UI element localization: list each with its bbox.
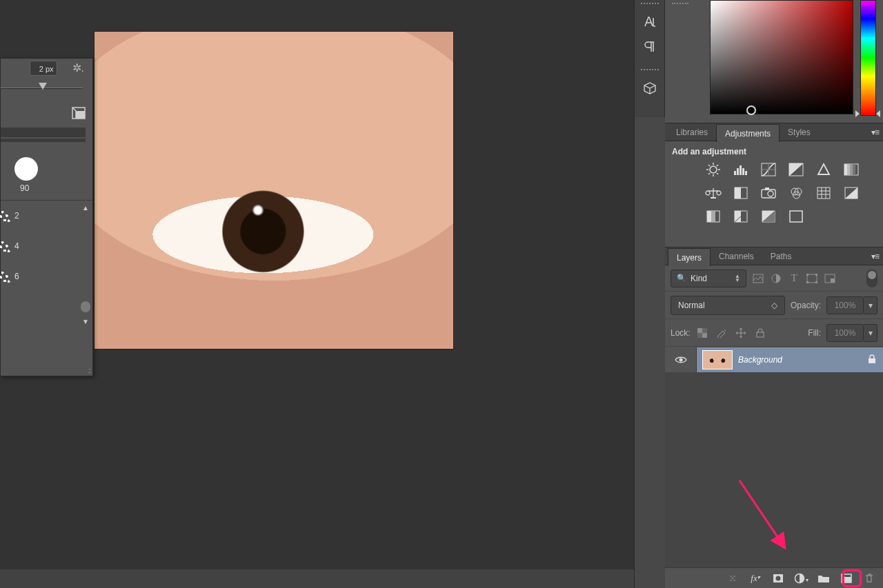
brush-hardness-field[interactable]: [1, 128, 86, 137]
brush-preview-size: 90: [20, 183, 92, 193]
selective-color-icon[interactable]: [788, 209, 804, 224]
character-panel-icon[interactable]: [639, 12, 660, 32]
visibility-toggle-icon[interactable]: [665, 347, 697, 372]
filter-shape-icon[interactable]: [806, 272, 818, 285]
vibrance-icon[interactable]: [815, 162, 832, 177]
fill-dropdown[interactable]: ▾: [864, 324, 877, 342]
curves-icon[interactable]: [760, 162, 777, 177]
brush-hardness-slider[interactable]: [1, 139, 86, 142]
gear-icon[interactable]: ✲.: [72, 63, 84, 74]
color-lookup-icon[interactable]: [815, 185, 832, 201]
new-adjustment-layer-icon[interactable]: ▾: [794, 571, 808, 585]
svg-rect-55: [806, 274, 808, 276]
link-layers-icon[interactable]: [726, 571, 740, 585]
scroll-thumb[interactable]: [81, 301, 90, 312]
svg-line-9: [708, 173, 710, 174]
document-canvas[interactable]: [94, 31, 454, 349]
hue-slider[interactable]: [860, 0, 876, 116]
collapsed-dock[interactable]: [635, 0, 665, 117]
svg-rect-54: [807, 274, 817, 283]
lock-pixels-icon[interactable]: [715, 327, 728, 339]
layer-lock-icon[interactable]: [868, 354, 876, 366]
brush-preset-list[interactable]: 2 4 6 ▲ ▼: [1, 200, 92, 330]
svg-point-31: [768, 191, 773, 196]
brush-preset[interactable]: 6: [1, 261, 92, 292]
dock-grab-icon[interactable]: [641, 69, 659, 73]
svg-rect-27: [711, 197, 716, 199]
filter-adjustment-icon[interactable]: [770, 272, 782, 285]
scroll-down-icon[interactable]: ▼: [82, 318, 89, 325]
add-mask-icon[interactable]: [771, 571, 785, 585]
channel-mixer-icon[interactable]: [788, 185, 804, 201]
tab-paths[interactable]: Paths: [762, 247, 800, 265]
delete-layer-icon[interactable]: [862, 571, 876, 585]
brush-preset[interactable]: 4: [1, 231, 92, 261]
layer-row-background[interactable]: Background: [665, 347, 883, 372]
new-preset-icon[interactable]: [72, 107, 86, 119]
dock-grab-icon[interactable]: [641, 3, 659, 7]
3d-panel-icon[interactable]: [639, 79, 660, 98]
svg-marker-71: [844, 577, 851, 582]
fill-label: Fill:: [808, 328, 821, 338]
opacity-input[interactable]: 100%: [826, 296, 864, 314]
layers-footer: fx▾ ▾: [665, 567, 883, 588]
svg-rect-29: [735, 187, 741, 199]
filter-type-icon[interactable]: T: [788, 272, 800, 285]
panel-resize-handle[interactable]: .::: [88, 367, 90, 374]
panel-menu-icon[interactable]: ▾≡: [871, 128, 879, 137]
paragraph-panel-icon[interactable]: [639, 37, 660, 57]
scroll-up-icon[interactable]: ▲: [82, 205, 89, 212]
filter-smart-icon[interactable]: [824, 272, 836, 285]
opacity-dropdown[interactable]: ▾: [864, 296, 877, 314]
canvas-area[interactable]: [0, 0, 634, 569]
black-white-icon[interactable]: [733, 185, 749, 201]
new-layer-icon[interactable]: [840, 571, 853, 585]
invert-icon[interactable]: [843, 185, 860, 201]
lock-all-icon[interactable]: [754, 327, 766, 339]
svg-point-68: [776, 576, 781, 580]
svg-rect-62: [697, 328, 702, 333]
gradient-map-icon[interactable]: [760, 209, 777, 224]
brush-preset[interactable]: 2: [1, 201, 92, 231]
color-balance-icon[interactable]: [705, 185, 722, 201]
threshold-icon[interactable]: [733, 209, 749, 224]
blend-mode-select[interactable]: Normal ◇: [671, 296, 785, 315]
photo-filter-icon[interactable]: [760, 185, 777, 201]
panel-menu-icon[interactable]: ▾≡: [871, 252, 879, 261]
brightness-contrast-icon[interactable]: [705, 162, 722, 177]
color-field[interactable]: [710, 0, 853, 114]
filter-toggle[interactable]: [866, 270, 877, 287]
preset-scrollbar[interactable]: ▲ ▼: [80, 205, 91, 325]
new-group-icon[interactable]: [817, 571, 831, 585]
exposure-icon[interactable]: [788, 162, 804, 177]
filter-pixel-icon[interactable]: [752, 272, 764, 285]
tab-styles[interactable]: Styles: [780, 123, 819, 141]
svg-rect-24: [847, 164, 850, 175]
tab-libraries[interactable]: Libraries: [668, 123, 716, 141]
posterize-icon[interactable]: [705, 209, 722, 224]
svg-rect-36: [817, 187, 830, 199]
layer-list[interactable]: Background: [665, 347, 883, 567]
search-icon: 🔍: [677, 274, 686, 283]
brush-options-panel[interactable]: 2 px ✲. 90 2 4 6 ▲ ▼ .::: [0, 58, 93, 376]
tab-channels[interactable]: Channels: [711, 247, 762, 265]
layer-filter-kind[interactable]: 🔍 Kind ▲▼: [671, 270, 746, 287]
layer-name[interactable]: Background: [738, 355, 868, 365]
lock-position-icon[interactable]: [735, 327, 747, 339]
lock-transparent-icon[interactable]: [696, 327, 708, 339]
levels-icon[interactable]: [733, 162, 749, 177]
svg-rect-57: [806, 281, 808, 283]
layer-fx-icon[interactable]: fx▾: [748, 571, 762, 585]
tab-layers[interactable]: Layers: [668, 248, 711, 266]
svg-rect-45: [711, 211, 715, 222]
adjustments-tabbar: Libraries Adjustments Styles ▾≡: [665, 123, 883, 141]
fill-input[interactable]: 100%: [826, 324, 864, 342]
brush-size-slider[interactable]: [1, 81, 87, 96]
brush-size-input[interactable]: 2 px: [30, 61, 57, 76]
hue-saturation-icon[interactable]: [843, 162, 860, 177]
color-panel[interactable]: [665, 0, 883, 123]
layer-thumbnail[interactable]: [702, 350, 733, 369]
tab-adjustments[interactable]: Adjustments: [716, 124, 780, 142]
svg-line-7: [708, 165, 710, 166]
svg-rect-44: [707, 211, 711, 222]
